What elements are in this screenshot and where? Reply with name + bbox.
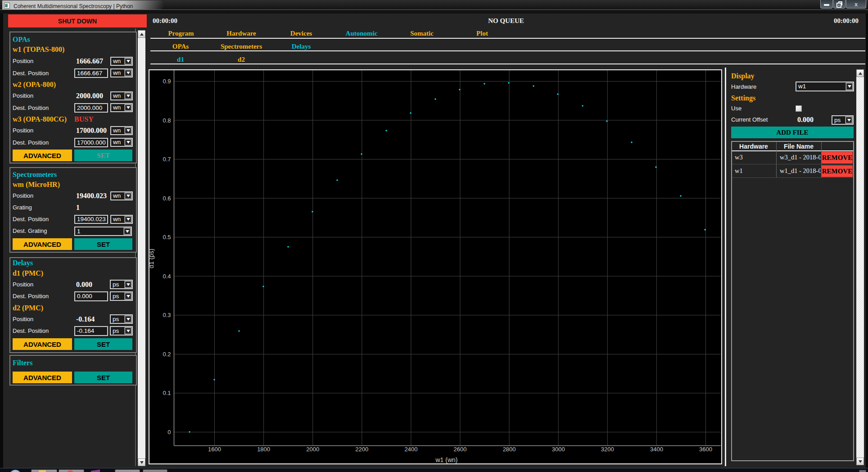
svg-text:0: 0 [167,429,171,436]
svg-text:3000: 3000 [552,446,565,453]
svg-text:0.6: 0.6 [163,195,171,202]
svg-text:0.8: 0.8 [163,117,171,124]
svg-text:0.2: 0.2 [163,351,171,358]
svg-text:0.5: 0.5 [163,234,171,241]
svg-text:0.4: 0.4 [163,273,171,280]
svg-text:1600: 1600 [208,446,221,453]
svg-text:2200: 2200 [355,446,368,453]
svg-text:0.9: 0.9 [163,78,171,85]
svg-text:2800: 2800 [503,446,516,453]
svg-text:2000: 2000 [306,446,319,453]
svg-text:0.3: 0.3 [163,312,171,318]
svg-text:w1 (wn): w1 (wn) [435,456,457,463]
svg-text:2400: 2400 [404,446,417,453]
svg-text:0.7: 0.7 [163,156,171,163]
svg-text:3400: 3400 [650,446,663,453]
svg-text:2600: 2600 [454,446,467,453]
svg-text:3600: 3600 [699,446,712,453]
svg-text:3200: 3200 [601,446,614,453]
svg-text:d1 (ps): d1 (ps) [149,249,155,268]
svg-text:0.1: 0.1 [163,390,171,396]
svg-text:1800: 1800 [257,446,270,453]
